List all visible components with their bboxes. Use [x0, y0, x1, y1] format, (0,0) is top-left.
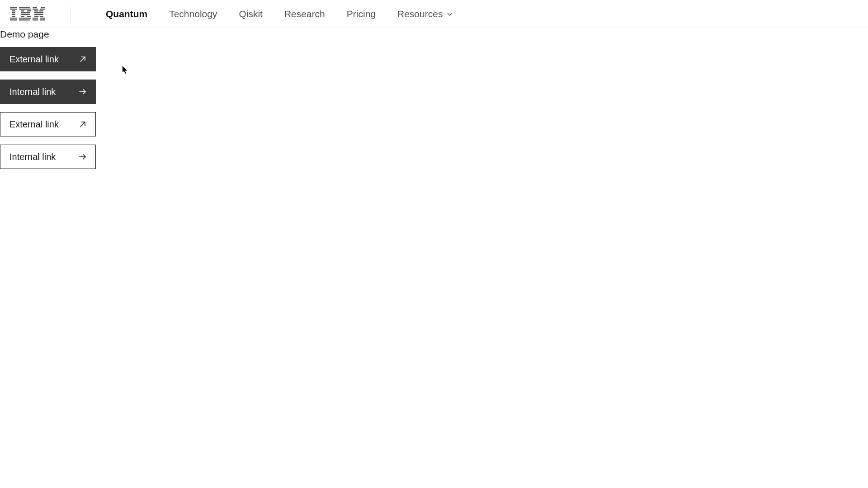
svg-rect-5: [12, 16, 15, 17]
chevron-down-icon: [446, 10, 453, 18]
svg-rect-33: [33, 19, 38, 20]
svg-rect-8: [19, 7, 30, 8]
button-label: External link: [9, 119, 59, 130]
svg-rect-21: [40, 9, 45, 9]
svg-rect-29: [40, 16, 43, 17]
ibm-logo-icon: [10, 7, 45, 21]
svg-rect-22: [34, 10, 38, 11]
nav-item-qiskit[interactable]: Qiskit: [239, 9, 263, 19]
svg-rect-13: [21, 14, 30, 15]
arrow-right-icon: [78, 152, 87, 161]
nav-item-technology[interactable]: Technology: [169, 9, 217, 19]
svg-rect-20: [33, 9, 38, 9]
svg-rect-2: [12, 10, 15, 11]
nav-item-label: Quantum: [106, 9, 147, 19]
nav-item-pricing[interactable]: Pricing: [347, 9, 376, 19]
nav-item-label: Qiskit: [239, 9, 263, 19]
button-label: External link: [9, 54, 59, 65]
internal-link-button-primary[interactable]: Internal link: [0, 80, 96, 104]
nav-item-quantum[interactable]: Quantum: [106, 9, 147, 19]
svg-rect-11: [27, 10, 31, 11]
arrow-up-right-icon: [78, 55, 87, 64]
button-label: Internal link: [9, 152, 56, 162]
svg-rect-32: [40, 18, 45, 19]
nav-item-label: Technology: [169, 9, 217, 19]
svg-rect-12: [21, 12, 30, 13]
nav-item-label: Pricing: [347, 9, 376, 19]
svg-rect-34: [40, 19, 45, 20]
button-label: Internal link: [9, 87, 56, 97]
arrow-right-icon: [78, 87, 87, 96]
nav-item-research[interactable]: Research: [284, 9, 325, 19]
internal-link-button-ghost[interactable]: Internal link: [0, 145, 96, 169]
nav-item-label: Resources: [397, 9, 443, 19]
external-link-button-ghost[interactable]: External link: [0, 112, 96, 136]
svg-rect-6: [10, 18, 17, 19]
arrow-up-right-icon: [78, 120, 87, 129]
svg-rect-17: [19, 19, 30, 20]
svg-rect-4: [12, 14, 15, 15]
svg-rect-7: [10, 19, 17, 20]
svg-rect-3: [12, 12, 15, 13]
svg-rect-24: [34, 12, 43, 13]
brand-logo[interactable]: [0, 0, 70, 28]
svg-rect-26: [40, 14, 43, 15]
primary-nav: Quantum Technology Qiskit Research Prici…: [83, 0, 453, 28]
svg-rect-28: [34, 16, 38, 17]
nav-divider: [70, 7, 71, 21]
svg-rect-14: [21, 16, 24, 17]
svg-rect-19: [41, 7, 45, 8]
svg-rect-27: [38, 14, 40, 15]
top-nav: Quantum Technology Qiskit Research Prici…: [0, 0, 868, 28]
svg-rect-9: [19, 9, 31, 9]
svg-rect-0: [10, 7, 17, 8]
svg-rect-15: [27, 16, 31, 17]
external-link-button-primary[interactable]: External link: [0, 47, 96, 71]
nav-item-resources[interactable]: Resources: [397, 9, 453, 19]
page-title: Demo page: [0, 28, 868, 42]
svg-rect-1: [10, 9, 17, 9]
svg-rect-18: [33, 7, 37, 8]
svg-rect-16: [19, 18, 31, 19]
nav-item-label: Research: [284, 9, 325, 19]
svg-rect-25: [34, 14, 38, 15]
svg-rect-23: [39, 10, 43, 11]
button-column: External link Internal link External lin…: [0, 42, 868, 169]
svg-rect-30: [38, 16, 39, 17]
svg-rect-10: [21, 10, 24, 11]
svg-rect-31: [33, 18, 38, 19]
